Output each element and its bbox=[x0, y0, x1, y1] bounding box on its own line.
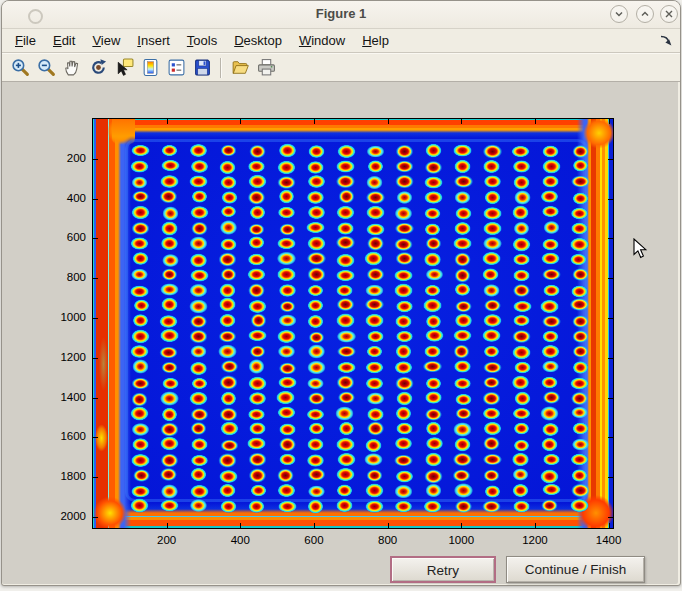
well-spot bbox=[366, 176, 382, 190]
well-spot bbox=[161, 160, 180, 172]
chevron-up-icon bbox=[640, 9, 650, 19]
well-spot bbox=[485, 485, 501, 498]
well-spot bbox=[248, 253, 266, 265]
well-spot bbox=[425, 453, 442, 467]
well-spot bbox=[219, 283, 235, 298]
well-spot bbox=[132, 177, 148, 189]
x-tick bbox=[167, 119, 168, 124]
well-spot bbox=[337, 222, 354, 235]
dock-figure-arrow-icon[interactable] bbox=[659, 34, 672, 47]
well-spot bbox=[572, 315, 588, 328]
menu-view[interactable]: View bbox=[92, 33, 120, 48]
well-spot bbox=[542, 238, 559, 250]
well-spot bbox=[338, 189, 354, 203]
well-spot bbox=[542, 315, 561, 328]
well-spot bbox=[454, 345, 470, 359]
menu-file[interactable]: File bbox=[15, 33, 36, 48]
well-spot bbox=[367, 346, 383, 358]
well-spot bbox=[571, 377, 590, 389]
toolbar-separator bbox=[220, 58, 222, 78]
well-spot bbox=[307, 454, 325, 467]
well-spot bbox=[130, 285, 149, 297]
retry-button[interactable]: Retry bbox=[390, 556, 496, 583]
continue-finish-button[interactable]: Continue / Finish bbox=[506, 556, 645, 583]
menu-help[interactable]: Help bbox=[362, 33, 389, 48]
well-spot bbox=[308, 331, 324, 343]
well-spot bbox=[307, 378, 324, 390]
well-spot bbox=[365, 361, 383, 373]
well-spot bbox=[514, 361, 531, 373]
zoom-out-icon[interactable] bbox=[33, 56, 59, 80]
menu-desktop[interactable]: Desktop bbox=[234, 33, 282, 48]
titlebar[interactable]: Figure 1 bbox=[2, 1, 680, 29]
well-spot bbox=[541, 469, 560, 484]
well-spot bbox=[572, 423, 588, 436]
well-spot bbox=[189, 253, 207, 267]
well-spot bbox=[570, 237, 589, 251]
well-spot bbox=[540, 300, 559, 314]
print-icon[interactable] bbox=[253, 56, 279, 80]
legend-icon[interactable] bbox=[163, 56, 189, 80]
well-spot bbox=[249, 223, 265, 235]
well-spot bbox=[452, 144, 471, 157]
well-spot bbox=[219, 313, 236, 327]
well-spot bbox=[336, 206, 354, 220]
well-spot bbox=[337, 361, 356, 373]
well-spot bbox=[190, 485, 209, 499]
menu-tools[interactable]: Tools bbox=[187, 33, 217, 48]
rotate-3d-icon[interactable] bbox=[85, 56, 111, 80]
well-spot bbox=[336, 269, 355, 281]
colorbar-icon[interactable] bbox=[137, 56, 163, 80]
well-spot bbox=[426, 236, 442, 249]
well-spot bbox=[453, 469, 471, 481]
well-spot bbox=[189, 284, 207, 298]
y-tick bbox=[608, 437, 613, 438]
y-tick-label: 1200 bbox=[44, 351, 86, 364]
well-spot bbox=[277, 345, 294, 358]
well-spot bbox=[484, 190, 500, 204]
well-spot bbox=[161, 484, 178, 499]
open-icon[interactable] bbox=[227, 56, 253, 80]
shade-button[interactable] bbox=[610, 5, 628, 23]
y-tick-label: 400 bbox=[44, 192, 86, 205]
well-spot bbox=[455, 300, 472, 312]
well-spot bbox=[397, 191, 413, 204]
well-spot bbox=[543, 391, 560, 404]
menu-edit[interactable]: Edit bbox=[53, 33, 75, 48]
maximize-button[interactable] bbox=[636, 5, 654, 23]
well-spot bbox=[133, 469, 150, 482]
well-spot bbox=[454, 222, 471, 236]
well-spot bbox=[190, 315, 207, 328]
menu-bar-items: FileEditViewInsertToolsDesktopWindowHelp bbox=[15, 33, 389, 48]
well-spot bbox=[394, 206, 412, 220]
well-spot bbox=[131, 377, 149, 389]
well-spot bbox=[189, 329, 207, 343]
data-cursor-icon[interactable] bbox=[111, 56, 137, 80]
well-spot bbox=[192, 190, 208, 203]
y-tick-label: 2000 bbox=[44, 510, 86, 523]
well-spot bbox=[571, 254, 588, 266]
save-icon[interactable] bbox=[189, 56, 215, 80]
well-spot bbox=[366, 190, 385, 203]
well-spot bbox=[512, 345, 531, 360]
axes-area[interactable] bbox=[92, 118, 614, 529]
zoom-in-icon[interactable] bbox=[7, 56, 33, 80]
pan-icon[interactable] bbox=[59, 56, 85, 80]
well-spot bbox=[279, 223, 295, 235]
well-spot bbox=[249, 500, 265, 513]
well-spot bbox=[455, 393, 472, 405]
close-button[interactable] bbox=[660, 5, 678, 23]
well-spot bbox=[336, 160, 355, 173]
well-spot bbox=[571, 483, 590, 497]
well-spot bbox=[425, 208, 441, 220]
well-spot bbox=[162, 254, 179, 267]
well-spot bbox=[191, 378, 207, 390]
y-tick-label: 800 bbox=[44, 271, 86, 284]
well-spot bbox=[425, 160, 442, 173]
menu-window[interactable]: Window bbox=[299, 33, 345, 48]
well-spot bbox=[424, 345, 441, 358]
well-spot bbox=[482, 329, 501, 342]
well-spot bbox=[483, 284, 499, 297]
well-spot bbox=[336, 484, 352, 497]
menu-insert[interactable]: Insert bbox=[137, 33, 170, 48]
